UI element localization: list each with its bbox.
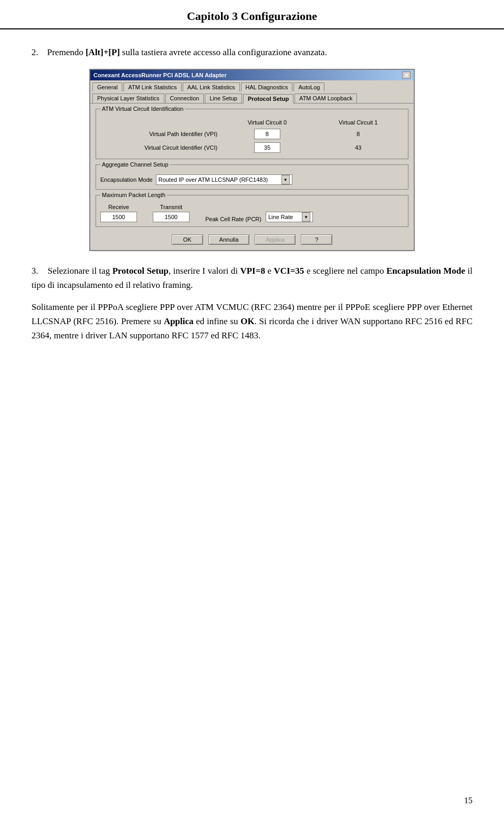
section3-para2-c: ed infine su <box>194 316 241 326</box>
dialog-box: Conexant AccessRunner PCI ADSL LAN Adapt… <box>89 69 415 251</box>
tab-line-setup[interactable]: Line Setup <box>205 94 242 103</box>
transmit-input[interactable] <box>153 212 190 222</box>
receive-input[interactable] <box>100 212 137 222</box>
tab-atm-oam-loopback[interactable]: ATM OAM Loopback <box>295 94 357 103</box>
vpi-static-1: 8 <box>345 131 371 137</box>
section3-vci: VCI=35 <box>274 266 304 276</box>
tab-physical-layer-statistics[interactable]: Physical Layer Statistics <box>92 94 164 103</box>
section3-vpi: VPI=8 <box>240 266 265 276</box>
col-vc1: Virtual Circuit 1 <box>313 118 404 127</box>
section-3: 3. Selezionare il tag Protocol Setup, in… <box>32 264 472 343</box>
apply-button[interactable]: Applica <box>255 234 296 245</box>
max-packet-label: Maximum Packet Length <box>100 192 167 198</box>
dialog-tabs-row1: General ATM Link Statistics AAL Link Sta… <box>90 80 414 91</box>
section3-text-g: e scegliere nel campo <box>304 266 386 276</box>
vci-label: Virtual Circuit Identifier (VCI) <box>100 141 222 154</box>
tab-atm-link-statistics[interactable]: ATM Link Statistics <box>123 82 182 91</box>
col-vc0: Virtual Circuit 0 <box>222 118 312 127</box>
page-number: 15 <box>464 796 472 805</box>
aggregate-channel-group: Aggregate Channel Setup Encapsulation Mo… <box>96 164 408 190</box>
page-header: Capitolo 3 Configurazione <box>0 0 504 29</box>
page-title: Capitolo 3 Configurazione <box>21 9 483 23</box>
section2-shortcut: [Alt]+[P] <box>86 47 120 57</box>
ok-button[interactable]: OK <box>172 234 203 245</box>
tab-connection[interactable]: Connection <box>165 94 204 103</box>
section3-para1: 3. Selezionare il tag Protocol Setup, in… <box>32 264 472 292</box>
receive-label: Receive <box>108 204 129 210</box>
section3-text-e: e <box>265 266 274 276</box>
help-button[interactable]: ? <box>301 234 332 245</box>
enc-mode-dropdown[interactable]: Routed IP over ATM LLCSNAP (RFC1483) ▼ <box>156 174 292 185</box>
section3-text-a: Selezionare il tag <box>48 266 112 276</box>
pcr-label: Peak Cell Rate (PCR) <box>205 216 261 222</box>
transmit-col: Transmit <box>153 204 190 222</box>
tab-aal-link-statistics[interactable]: AAL Link Statistics <box>183 82 240 91</box>
section3-text-c: , inserire I valori di <box>169 266 240 276</box>
dialog-title: Conexant AccessRunner PCI ADSL LAN Adapt… <box>93 72 226 78</box>
transmit-label: Transmit <box>160 204 182 210</box>
vpi-input-0[interactable] <box>254 129 280 139</box>
tab-general[interactable]: General <box>92 82 122 91</box>
dialog-close-button[interactable]: ✕ <box>402 71 411 79</box>
section-2: 2. Premendo [Alt]+[P] sulla tastiera avr… <box>32 45 472 251</box>
enc-mode-label: Encapsulation Mode <box>100 177 153 183</box>
section3-ok: OK <box>240 316 254 326</box>
enc-mode-value: Routed IP over ATM LLCSNAP (RFC1483) <box>159 177 268 183</box>
max-packet-length-group: Maximum Packet Length Receive Transmit <box>96 195 408 227</box>
section3-enc-mode: Encapsulation Mode <box>386 266 465 276</box>
vci-static-1: 43 <box>345 144 371 151</box>
section2-text-a: Premendo <box>47 47 86 57</box>
encapsulation-row: Encapsulation Mode Routed IP over ATM LL… <box>100 174 404 185</box>
section3-protocol-setup: Protocol Setup <box>112 266 169 276</box>
tab-hal-diagnostics[interactable]: HAL Diagnostics <box>241 82 293 91</box>
section3-para2: Solitamente per il PPPoA scegliere PPP o… <box>32 300 472 343</box>
atm-vci-group: ATM Virtual Circuit Identification Virtu… <box>96 109 408 159</box>
dropdown-arrow-icon[interactable]: ▼ <box>281 175 290 184</box>
section2-text-b: sulla tastiera avrete accesso alla confi… <box>120 47 327 57</box>
section2-number: 2. <box>32 47 38 57</box>
dialog-titlebar: Conexant AccessRunner PCI ADSL LAN Adapt… <box>90 70 414 80</box>
dialog-tabs-row2: Physical Layer Statistics Connection Lin… <box>90 91 414 103</box>
aggregate-channel-label: Aggregate Channel Setup <box>100 161 170 168</box>
pcr-dropdown[interactable]: Line Rate ▼ <box>266 212 313 222</box>
section3-applica: Applica <box>164 316 194 326</box>
cancel-button[interactable]: Annulla <box>208 234 250 245</box>
vci-table: Virtual Circuit 0 Virtual Circuit 1 Virt… <box>100 118 404 154</box>
atm-vci-group-label: ATM Virtual Circuit Identification <box>100 106 185 112</box>
dialog-wrapper: Conexant AccessRunner PCI ADSL LAN Adapt… <box>89 69 415 251</box>
pcr-row: Peak Cell Rate (PCR) Line Rate ▼ <box>205 212 313 222</box>
dialog-body: ATM Virtual Circuit Identification Virtu… <box>90 103 414 250</box>
section2-text: 2. Premendo [Alt]+[P] sulla tastiera avr… <box>32 45 472 59</box>
tab-autolog[interactable]: AutoLog <box>293 82 324 91</box>
dialog-button-row: OK Annulla Applica ? <box>96 234 408 245</box>
vpi-label: Virtual Path Identifier (VPI) <box>100 127 222 141</box>
pcr-value: Line Rate <box>268 214 293 220</box>
page-content: 2. Premendo [Alt]+[P] sulla tastiera avr… <box>0 45 504 343</box>
vci-input-0[interactable] <box>254 142 280 153</box>
receive-col: Receive <box>100 204 137 222</box>
section3-number: 3. <box>32 266 38 276</box>
tab-protocol-setup[interactable]: Protocol Setup <box>243 94 293 103</box>
pcr-dropdown-arrow-icon[interactable]: ▼ <box>302 212 310 222</box>
